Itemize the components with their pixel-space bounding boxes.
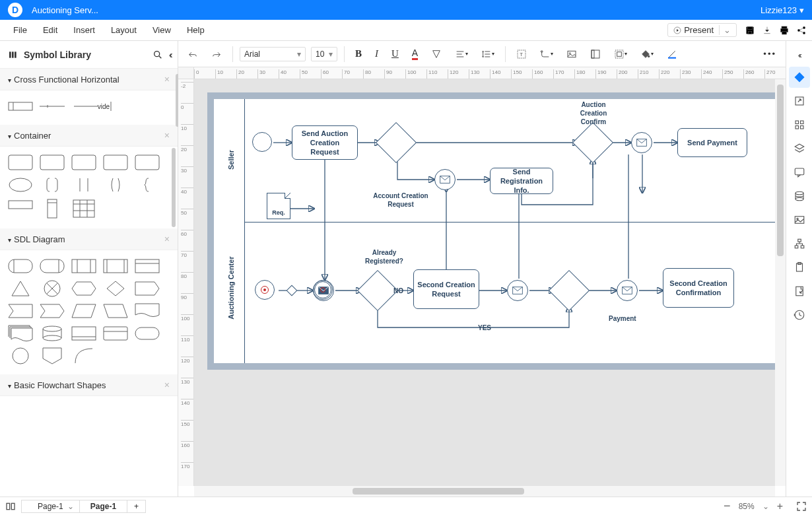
message-event-account[interactable] xyxy=(434,169,456,190)
grid-panel-button[interactable] xyxy=(789,114,810,135)
menu-help[interactable]: Help xyxy=(179,22,213,38)
menu-edit[interactable]: Edit xyxy=(35,22,65,38)
fit-screen-icon[interactable] xyxy=(796,501,807,512)
shape-parallelogram[interactable] xyxy=(70,302,98,320)
shape-lane[interactable] xyxy=(7,97,34,116)
task-second-creation-confirmation[interactable]: Second Creation Confirmation xyxy=(663,268,734,308)
gateway-small[interactable] xyxy=(287,285,298,296)
image-button[interactable] xyxy=(562,46,581,62)
shape-separator[interactable] xyxy=(38,97,66,116)
message-event-2[interactable] xyxy=(313,280,334,301)
download-icon[interactable] xyxy=(762,25,772,36)
shape-sdl-5[interactable] xyxy=(133,257,161,275)
menu-insert[interactable]: Insert xyxy=(65,22,103,38)
task-send-registration[interactable]: Send Registration Info. xyxy=(490,168,553,194)
hierarchy-panel-button[interactable] xyxy=(789,233,810,254)
add-page-button[interactable]: + xyxy=(127,500,145,512)
shape-save[interactable] xyxy=(38,302,66,320)
shape-ellipse[interactable] xyxy=(7,176,34,194)
vertical-scrollbar[interactable] xyxy=(775,79,786,486)
diagram-page[interactable]: Seller Auctioning Center xyxy=(207,92,775,370)
highlight-button[interactable] xyxy=(427,46,446,62)
shape-rect[interactable] xyxy=(7,153,34,172)
more-button[interactable]: ••• xyxy=(759,46,780,61)
shape-msg-in[interactable] xyxy=(7,302,34,320)
start-event[interactable] xyxy=(252,132,272,152)
present-button[interactable]: Present ⌄ xyxy=(667,23,737,37)
gateway-1[interactable] xyxy=(376,122,417,163)
shape-tape[interactable] xyxy=(70,324,98,343)
font-size-select[interactable]: 10▾ xyxy=(311,47,337,61)
shape-sdl-1[interactable] xyxy=(7,257,34,275)
bold-button[interactable]: B xyxy=(351,46,366,62)
print-icon[interactable] xyxy=(779,25,790,36)
zoom-out-button[interactable]: − xyxy=(724,499,731,513)
task-second-creation-request[interactable]: Second Creation Request xyxy=(413,269,479,309)
shape-grid[interactable] xyxy=(70,198,98,219)
close-icon[interactable]: × xyxy=(164,130,170,141)
shape-bracket2[interactable] xyxy=(70,176,98,194)
shape-doc[interactable] xyxy=(133,302,161,320)
section-sdl[interactable]: ▾SDL Diagram × xyxy=(0,228,178,250)
shape-hexagon[interactable] xyxy=(70,279,98,298)
message-event-4[interactable] xyxy=(617,280,638,301)
shape-rect2[interactable] xyxy=(38,153,66,172)
shape-offpage[interactable] xyxy=(38,347,66,365)
shape-rect4[interactable] xyxy=(102,153,129,172)
shape-sdl-2[interactable] xyxy=(38,257,66,275)
shape-msg-out[interactable] xyxy=(133,279,161,298)
message-event-3[interactable] xyxy=(507,280,528,301)
shape-circle3[interactable] xyxy=(7,347,34,365)
shape-sdl-4[interactable] xyxy=(102,257,129,275)
text-color-button[interactable]: A xyxy=(408,45,422,63)
history-panel-button[interactable] xyxy=(789,304,810,326)
italic-button[interactable]: I xyxy=(371,46,382,62)
undo-button[interactable] xyxy=(184,46,202,62)
theme-panel-button[interactable] xyxy=(789,67,810,88)
shape-multidoc[interactable] xyxy=(7,324,34,343)
task-send-payment[interactable]: Send Payment xyxy=(677,128,747,157)
gateway-3[interactable] xyxy=(549,270,590,311)
data-req[interactable]: Req. xyxy=(267,193,290,219)
shape-diamond2[interactable] xyxy=(102,279,129,298)
close-icon[interactable]: × xyxy=(164,74,170,85)
container-button[interactable] xyxy=(586,46,605,62)
line-spacing-button[interactable]: ▾ xyxy=(477,46,498,62)
font-name-select[interactable]: Arial▾ xyxy=(240,47,306,61)
database-panel-button[interactable] xyxy=(789,186,810,207)
zoom-dropdown-icon[interactable]: ⌄ xyxy=(762,502,769,511)
underline-button[interactable]: U xyxy=(388,46,403,62)
section-cross-functional[interactable]: ▾Cross Functional Horizontal × xyxy=(0,69,178,90)
start-event-2[interactable] xyxy=(255,280,275,300)
canvas-viewport[interactable]: Seller Auctioning Center xyxy=(194,79,775,486)
user-menu[interactable]: Lizzie123 ▾ xyxy=(761,5,804,15)
close-icon[interactable]: × xyxy=(164,234,170,244)
search-icon[interactable] xyxy=(152,50,163,60)
page-panel-button[interactable] xyxy=(789,281,810,302)
clipboard-panel-button[interactable] xyxy=(789,257,810,278)
shape-x-circle[interactable] xyxy=(38,279,66,298)
shape-rect5[interactable] xyxy=(133,153,161,172)
redo-button[interactable] xyxy=(207,46,226,62)
menu-layout[interactable]: Layout xyxy=(103,22,145,38)
shape-parallelogram2[interactable] xyxy=(102,302,129,320)
image-panel-button[interactable] xyxy=(789,209,810,230)
outline-icon[interactable] xyxy=(5,501,16,512)
text-box-button[interactable]: T xyxy=(512,46,531,62)
gateway-already-registered[interactable] xyxy=(357,270,398,311)
menu-view[interactable]: View xyxy=(145,22,179,38)
shape-card[interactable] xyxy=(102,324,129,343)
collapse-right-icon[interactable]: ‹‹ xyxy=(786,46,812,64)
shape-cylinder[interactable] xyxy=(38,324,66,343)
save-icon[interactable] xyxy=(745,25,755,36)
fill-button[interactable]: ▾ xyxy=(636,46,658,62)
shape-vide[interactable]: vide xyxy=(70,97,116,116)
horizontal-scrollbar[interactable] xyxy=(194,486,775,497)
export-panel-button[interactable] xyxy=(789,90,810,112)
shape-sdl-3[interactable] xyxy=(70,257,98,275)
close-icon[interactable]: × xyxy=(164,380,170,390)
shape-bracket1[interactable] xyxy=(38,176,66,194)
comment-panel-button[interactable] xyxy=(789,162,810,183)
task-send-auction[interactable]: Send Auction Creation Request xyxy=(292,125,358,160)
share-icon[interactable] xyxy=(796,25,807,36)
